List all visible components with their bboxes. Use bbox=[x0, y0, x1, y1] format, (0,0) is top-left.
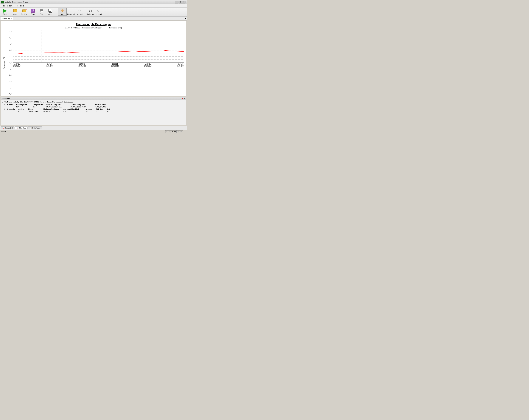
last-reading-col: Last Reading Time bbox=[69, 104, 94, 106]
title-bar-controls: — ❐ ✕ bbox=[175, 1, 185, 3]
vertical-label: Vertical bbox=[77, 13, 82, 15]
main-area: Thermocouple Data Logger 151020TPT002956… bbox=[0, 21, 186, 96]
svg-marker-2 bbox=[71, 12, 71, 13]
save-button[interactable]: Save bbox=[29, 8, 37, 16]
details-header: Details Readings/Total Sample Rate First… bbox=[6, 104, 185, 106]
y-tick-6: 24,14 bbox=[6, 68, 12, 70]
horizontal-icon bbox=[69, 9, 73, 13]
y-tick-2: 27,38 bbox=[6, 43, 12, 45]
toolbar-separator-1 bbox=[10, 9, 10, 15]
statistics-title: Statistics bbox=[2, 98, 10, 100]
restore-button[interactable]: ❐ bbox=[179, 1, 182, 3]
status-text: Ready bbox=[1, 131, 6, 132]
x-axis-2: 12:57:51 20.09.2016 bbox=[79, 63, 86, 95]
tab-dropdown[interactable]: ▾ bbox=[185, 17, 187, 20]
bottom-tab-bar: 📊 Graph List 📈 Statistics 📋 Data Table bbox=[0, 126, 187, 130]
chart-legend: 151020TPT0029569 - Thermocouple Data Log… bbox=[2, 27, 184, 29]
undo-all-button[interactable]: Undo All bbox=[95, 8, 103, 16]
close-button[interactable]: ✕ bbox=[182, 1, 185, 3]
svg-marker-1 bbox=[71, 9, 71, 10]
horizontal-button[interactable]: Horizontal bbox=[67, 8, 75, 16]
resize-grip[interactable] bbox=[183, 130, 186, 133]
minimize-button[interactable]: — bbox=[175, 1, 178, 3]
y-tick-1: 28,19 bbox=[6, 37, 12, 39]
open-icon bbox=[13, 9, 17, 13]
readings-value: 59/59 bbox=[15, 106, 32, 108]
save-label: Save bbox=[31, 13, 35, 15]
number-col: Number bbox=[17, 108, 27, 110]
x-axis: 12:57:11 20.09.2016 12:57:31 20.09.2016 … bbox=[13, 63, 184, 95]
add-file-label: Add File bbox=[21, 13, 27, 15]
undo-last-button[interactable]: Undo Last bbox=[86, 8, 94, 16]
stats-pin-button[interactable]: 📌 bbox=[181, 98, 183, 99]
menu-file[interactable]: File bbox=[0, 4, 6, 7]
channel-name: Thermocouple bbox=[27, 110, 42, 112]
y-tick-3: 26,57 bbox=[6, 49, 12, 51]
tab-data-table[interactable]: 📋 Data Table bbox=[28, 126, 42, 130]
file-info-text: File Name: test.dlg - S/N: 151020TPT0029… bbox=[4, 101, 74, 103]
x-axis-5: 12:58:51 20.09.2016 bbox=[177, 63, 184, 95]
vertical-button[interactable]: Vertical bbox=[76, 8, 84, 16]
channel-min-max: 23,6/26,3 bbox=[42, 110, 62, 112]
copy-button[interactable]: Copy bbox=[46, 8, 54, 16]
tab-test-dlg[interactable]: 🗒 test.dlg × bbox=[0, 17, 13, 20]
y-tick-8: 22,52 bbox=[6, 80, 12, 82]
chart-legend-text: 151020TPT0029569 - Thermocouple Data Log… bbox=[65, 27, 102, 29]
menu-graph[interactable]: Graph bbox=[6, 4, 13, 7]
undo-last-icon bbox=[88, 9, 93, 13]
legend-series: Thermocouple(°C) bbox=[108, 27, 122, 29]
print-button[interactable]: Print bbox=[37, 8, 46, 16]
title-bar-left: DG test.dlg - Data Logger Graph bbox=[1, 1, 28, 3]
stats-close-button[interactable]: ✕ bbox=[184, 98, 185, 99]
num-indicator: NUM bbox=[171, 130, 177, 133]
svg-marker-6 bbox=[80, 10, 81, 11]
menu-bar: File Graph Tool Help bbox=[0, 4, 187, 8]
menu-help[interactable]: Help bbox=[19, 4, 25, 7]
data-table-label: Data Table bbox=[32, 127, 40, 129]
min-max-col: Minimum/Maximum bbox=[42, 108, 62, 110]
open-button[interactable]: Open bbox=[11, 8, 20, 16]
add-file-button[interactable]: + Add File bbox=[20, 8, 28, 16]
average-col: Average bbox=[85, 108, 95, 110]
chart-svg bbox=[13, 30, 184, 63]
status-indicators: CAP NUM SCRL bbox=[165, 130, 186, 133]
channels-header: Channels Number Name Minimum/Maximum Low… bbox=[6, 108, 185, 110]
channels-label: Channels bbox=[6, 108, 17, 110]
channels-table: Channels Number Name Minimum/Maximum Low… bbox=[6, 108, 185, 112]
chart-plot[interactable] bbox=[13, 30, 184, 63]
x-axis-3: 12:58:11 20.09.2016 bbox=[111, 63, 119, 95]
cap-indicator: CAP bbox=[165, 130, 171, 133]
horizontal-label: Horizontal bbox=[67, 13, 75, 15]
status-bar: Ready CAP NUM SCRL bbox=[0, 130, 187, 133]
toolbar-separator-2 bbox=[57, 9, 57, 15]
undo-all-icon bbox=[97, 9, 101, 13]
toolbar-separator-3 bbox=[85, 9, 85, 15]
tab-statistics[interactable]: 📈 Statistics bbox=[15, 126, 27, 130]
tab-graph-list[interactable]: 📊 Graph List bbox=[0, 126, 14, 130]
chart-container: Temperature(°C) 29,00 28,19 27,38 26,57 … bbox=[2, 30, 184, 95]
start-label: Start bbox=[3, 13, 6, 15]
tab-label: test.dlg bbox=[4, 18, 10, 20]
readings-col: Readings/Total bbox=[15, 104, 32, 106]
channel-number: 0 bbox=[17, 110, 27, 112]
y-axis-label: Temperature(°C) bbox=[2, 30, 5, 95]
app-icon: DG bbox=[1, 1, 4, 3]
auto-button[interactable]: ✛ Auto bbox=[58, 8, 66, 16]
title-bar: DG test.dlg - Data Logger Graph — ❐ ✕ bbox=[0, 0, 187, 4]
data-table-icon: 📋 bbox=[29, 127, 32, 129]
undo-all-dropdown-arrow[interactable]: ▼ bbox=[104, 11, 105, 13]
y-tick-7: 23,33 bbox=[6, 74, 12, 76]
channel-unit: °C bbox=[106, 110, 185, 112]
y-tick-10: 20,90 bbox=[6, 93, 12, 95]
y-tick-4: 25,76 bbox=[6, 55, 12, 57]
start-button[interactable]: Start bbox=[0, 8, 9, 16]
channels-header-row: ⊟ Channels Number Name Minimum/Maximum L… bbox=[4, 108, 185, 112]
svg-marker-5 bbox=[78, 10, 79, 11]
copy-dropdown-arrow[interactable]: ▼ bbox=[55, 11, 56, 13]
details-table: Details Readings/Total Sample Rate First… bbox=[6, 104, 185, 108]
auto-icon: ✛ bbox=[60, 9, 65, 13]
channel-data-row: 0 Thermocouple 23,6/26,3 --/-- 24,7 0,7 … bbox=[6, 110, 185, 112]
menu-tool[interactable]: Tool bbox=[13, 4, 19, 7]
vertical-icon bbox=[78, 9, 82, 13]
tab-close-button[interactable]: × bbox=[11, 18, 12, 20]
